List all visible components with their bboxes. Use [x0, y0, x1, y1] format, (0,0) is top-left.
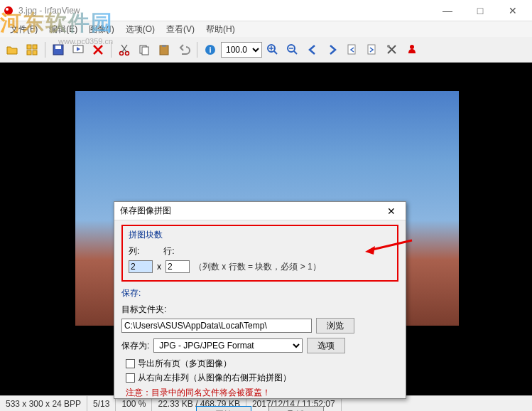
svg-rect-7 [55, 46, 61, 49]
dialog-titlebar: 保存图像拼图 ✕ [114, 202, 406, 220]
watermark-url: www.pc0359.cn [58, 37, 113, 46]
copy-icon[interactable] [135, 41, 153, 59]
svg-text:i: i [209, 46, 211, 54]
target-folder-input[interactable] [121, 319, 312, 333]
rows-label: 行: [163, 245, 174, 257]
target-folder-label: 目标文件夹: [121, 304, 398, 316]
maximize-button[interactable]: □ [464, 0, 496, 21]
undo-icon[interactable] [175, 41, 193, 59]
menu-options[interactable]: 选项(O) [120, 22, 161, 37]
svg-rect-3 [33, 45, 37, 49]
svg-rect-4 [27, 50, 31, 55]
start-button[interactable]: 开始 [196, 406, 251, 411]
tile-count-section: 拼图块数 列: 行: x （列数 x 行数 = 块数，必须 > 1） [121, 225, 398, 282]
tile-section-label: 拼图块数 [129, 229, 391, 241]
overwrite-warning: 注意：目录中的同名文件将会被覆盖！ [126, 387, 398, 399]
svg-rect-14 [162, 45, 166, 47]
zoom-combo[interactable]: 100.0 [221, 42, 262, 58]
paste-icon[interactable] [155, 41, 173, 59]
svg-rect-12 [142, 47, 148, 55]
options-button[interactable]: 选项 [307, 338, 345, 353]
settings-icon[interactable] [383, 41, 401, 59]
prev-page-icon[interactable] [343, 41, 362, 59]
open-icon[interactable] [3, 41, 21, 59]
save-section-label: 保存: [121, 287, 398, 299]
next-page-icon[interactable] [363, 41, 381, 59]
svg-rect-2 [27, 45, 31, 49]
export-allpages-checkbox[interactable] [126, 359, 135, 368]
rtl-label: 从右向左排列（从图像的右侧开始拼图） [138, 372, 291, 384]
zoom-in-icon[interactable] [264, 41, 282, 59]
about-icon[interactable] [403, 41, 421, 59]
svg-point-22 [410, 45, 414, 49]
dialog-title: 保存图像拼图 [120, 205, 383, 217]
tile-hint: （列数 x 行数 = 块数，必须 > 1） [194, 261, 321, 273]
next-icon[interactable] [323, 41, 342, 59]
rtl-checkbox[interactable] [126, 373, 135, 383]
cut-icon[interactable] [115, 41, 134, 59]
svg-point-9 [120, 51, 124, 55]
svg-rect-5 [33, 50, 37, 55]
status-page: 5/13 [87, 396, 116, 411]
thumbnails-icon[interactable] [23, 41, 41, 59]
save-tile-dialog: 保存图像拼图 ✕ 拼图块数 列: 行: x （列数 x 行数 = 块数，必须 >… [114, 201, 406, 399]
watermark-logo: 河东软件园 [0, 9, 114, 38]
rows-input[interactable] [165, 260, 190, 273]
image-canvas: 保存图像拼图 ✕ 拼图块数 列: 行: x （列数 x 行数 = 块数，必须 >… [0, 63, 532, 395]
toolbar-separator [45, 42, 45, 58]
cancel-button[interactable]: 取消 [268, 406, 324, 411]
dialog-close-button[interactable]: ✕ [383, 206, 400, 217]
zoom-out-icon[interactable] [283, 41, 302, 59]
menu-help[interactable]: 帮助(H) [200, 22, 241, 37]
status-dimensions: 533 x 300 x 24 BPP [0, 396, 87, 411]
info-icon[interactable]: i [201, 41, 219, 59]
browse-button[interactable]: 浏览 [316, 318, 354, 333]
saveas-label: 保存为: [121, 340, 149, 352]
prev-icon[interactable] [303, 41, 322, 59]
format-select[interactable]: JPG - JPG/JPEG Format [153, 338, 303, 353]
multiply-label: x [157, 262, 161, 272]
columns-input[interactable] [129, 260, 153, 273]
columns-label: 列: [129, 245, 139, 257]
toolbar-separator [197, 42, 197, 58]
export-allpages-label: 导出所有页（多页图像） [138, 358, 232, 370]
menu-view[interactable]: 查看(V) [161, 22, 200, 37]
annotation-arrow [364, 237, 413, 259]
close-button[interactable]: ✕ [496, 0, 529, 21]
svg-rect-20 [368, 45, 375, 54]
minimize-button[interactable]: — [431, 0, 464, 21]
svg-point-21 [387, 45, 390, 48]
svg-point-10 [126, 51, 129, 55]
